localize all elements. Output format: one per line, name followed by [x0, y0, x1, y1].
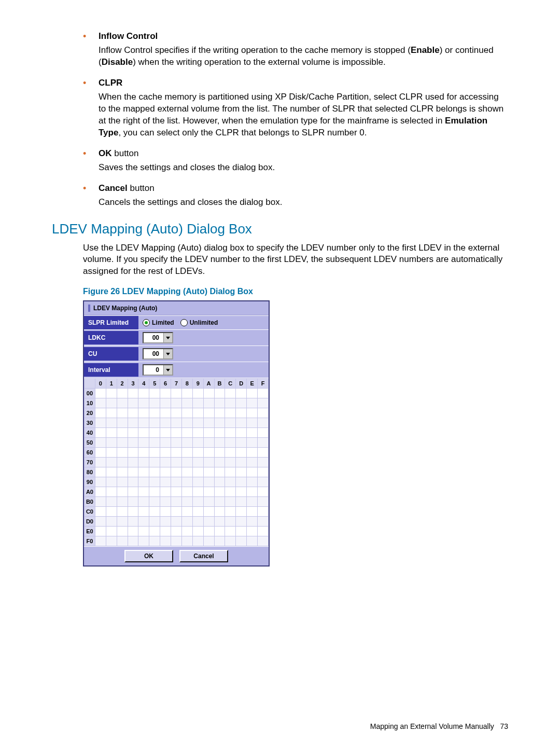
grid-cell[interactable] — [236, 487, 247, 497]
grid-cell[interactable] — [236, 428, 247, 438]
grid-cell[interactable] — [258, 467, 269, 477]
grid-cell[interactable] — [128, 467, 138, 477]
grid-cell[interactable] — [214, 477, 225, 487]
grid-cell[interactable] — [149, 477, 160, 487]
grid-cell[interactable] — [225, 467, 236, 477]
grid-cell[interactable] — [247, 467, 258, 477]
grid-cell[interactable] — [236, 438, 247, 448]
grid-cell[interactable] — [149, 536, 160, 546]
grid-cell[interactable] — [171, 418, 182, 428]
grid-cell[interactable] — [225, 477, 236, 487]
grid-cell[interactable] — [236, 389, 247, 398]
grid-cell[interactable] — [128, 497, 138, 507]
grid-cell[interactable] — [203, 487, 214, 497]
grid-cell[interactable] — [258, 497, 269, 507]
grid-cell[interactable] — [95, 398, 106, 408]
grid-cell[interactable] — [171, 497, 182, 507]
grid-cell[interactable] — [214, 438, 225, 448]
grid-cell[interactable] — [171, 477, 182, 487]
grid-cell[interactable] — [258, 438, 269, 448]
grid-cell[interactable] — [149, 408, 160, 418]
grid-cell[interactable] — [95, 438, 106, 448]
grid-cell[interactable] — [203, 389, 214, 398]
grid-cell[interactable] — [192, 389, 203, 398]
grid-cell[interactable] — [258, 517, 269, 527]
grid-cell[interactable] — [236, 497, 247, 507]
grid-cell[interactable] — [258, 536, 269, 546]
grid-cell[interactable] — [128, 448, 138, 458]
grid-cell[interactable] — [203, 438, 214, 448]
grid-cell[interactable] — [192, 418, 203, 428]
grid-cell[interactable] — [258, 418, 269, 428]
grid-cell[interactable] — [106, 507, 117, 517]
grid-cell[interactable] — [236, 467, 247, 477]
grid-cell[interactable] — [214, 507, 225, 517]
grid-cell[interactable] — [117, 398, 128, 408]
grid-cell[interactable] — [95, 527, 106, 536]
grid-cell[interactable] — [192, 517, 203, 527]
grid-cell[interactable] — [171, 517, 182, 527]
grid-cell[interactable] — [128, 398, 138, 408]
grid-cell[interactable] — [149, 448, 160, 458]
grid-cell[interactable] — [106, 467, 117, 477]
grid-cell[interactable] — [181, 477, 192, 487]
grid-cell[interactable] — [117, 467, 128, 477]
grid-cell[interactable] — [128, 389, 138, 398]
grid-cell[interactable] — [171, 527, 182, 536]
grid-cell[interactable] — [106, 487, 117, 497]
grid-cell[interactable] — [138, 418, 149, 428]
grid-cell[interactable] — [160, 389, 171, 398]
grid-cell[interactable] — [138, 448, 149, 458]
grid-cell[interactable] — [95, 389, 106, 398]
grid-cell[interactable] — [117, 418, 128, 428]
grid-cell[interactable] — [192, 428, 203, 438]
grid-cell[interactable] — [214, 389, 225, 398]
grid-cell[interactable] — [225, 527, 236, 536]
grid-cell[interactable] — [171, 438, 182, 448]
grid-cell[interactable] — [181, 418, 192, 428]
grid-cell[interactable] — [214, 497, 225, 507]
grid-cell[interactable] — [171, 487, 182, 497]
grid-cell[interactable] — [181, 389, 192, 398]
grid-cell[interactable] — [171, 428, 182, 438]
grid-cell[interactable] — [171, 408, 182, 418]
grid-cell[interactable] — [117, 448, 128, 458]
grid-cell[interactable] — [225, 448, 236, 458]
grid-cell[interactable] — [192, 408, 203, 418]
grid-cell[interactable] — [160, 448, 171, 458]
grid-cell[interactable] — [203, 497, 214, 507]
grid-cell[interactable] — [236, 517, 247, 527]
grid-cell[interactable] — [160, 527, 171, 536]
grid-cell[interactable] — [214, 408, 225, 418]
grid-cell[interactable] — [128, 428, 138, 438]
grid-cell[interactable] — [117, 389, 128, 398]
grid-cell[interactable] — [138, 408, 149, 418]
grid-cell[interactable] — [138, 477, 149, 487]
grid-cell[interactable] — [192, 477, 203, 487]
grid-cell[interactable] — [236, 418, 247, 428]
grid-cell[interactable] — [214, 536, 225, 546]
grid-cell[interactable] — [225, 438, 236, 448]
grid-cell[interactable] — [128, 487, 138, 497]
grid-cell[interactable] — [106, 418, 117, 428]
grid-cell[interactable] — [95, 536, 106, 546]
grid-cell[interactable] — [106, 517, 117, 527]
grid-cell[interactable] — [138, 497, 149, 507]
grid-cell[interactable] — [138, 527, 149, 536]
grid-cell[interactable] — [247, 507, 258, 517]
grid-cell[interactable] — [160, 398, 171, 408]
grid-cell[interactable] — [128, 418, 138, 428]
grid-cell[interactable] — [117, 507, 128, 517]
grid-cell[interactable] — [236, 507, 247, 517]
grid-cell[interactable] — [128, 458, 138, 467]
grid-cell[interactable] — [236, 408, 247, 418]
grid-cell[interactable] — [117, 458, 128, 467]
grid-cell[interactable] — [181, 487, 192, 497]
grid-cell[interactable] — [203, 536, 214, 546]
grid-cell[interactable] — [181, 507, 192, 517]
grid-cell[interactable] — [203, 467, 214, 477]
grid-cell[interactable] — [106, 408, 117, 418]
grid-cell[interactable] — [258, 389, 269, 398]
grid-cell[interactable] — [95, 448, 106, 458]
grid-cell[interactable] — [160, 487, 171, 497]
